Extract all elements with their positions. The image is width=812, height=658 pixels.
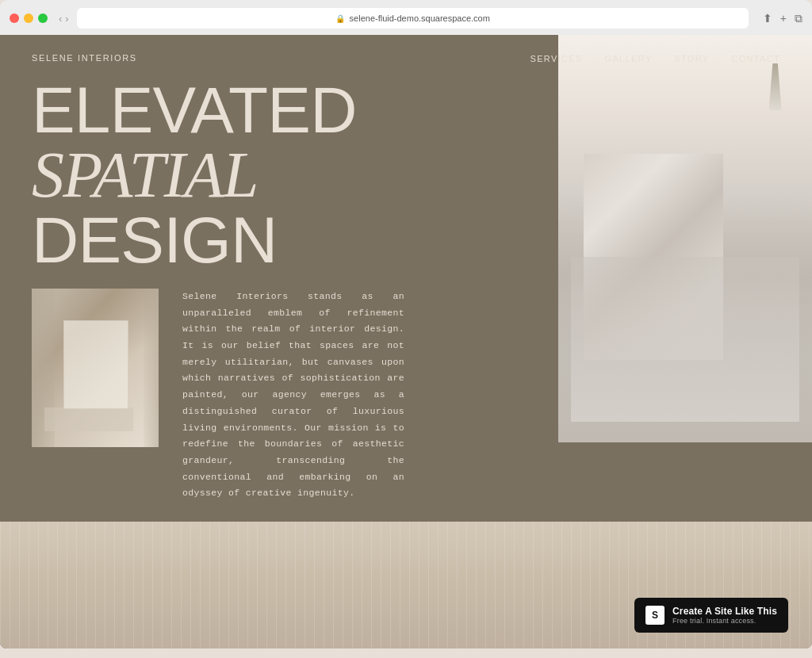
share-icon[interactable]: ⬆: [763, 12, 772, 25]
address-bar[interactable]: 🔒 selene-fluid-demo.squarespace.com: [77, 8, 749, 29]
site-logo[interactable]: SELENE INTERIORS: [32, 53, 137, 63]
nav-story[interactable]: STORY: [674, 54, 709, 63]
hero-image: [558, 35, 812, 442]
squarespace-badge-subtitle: Free trial. Instant access.: [672, 617, 777, 625]
close-button[interactable]: [10, 13, 19, 23]
hero-section: ELEVATED SPATIAL DESIGN: [0, 78, 812, 273]
traffic-lights: [10, 13, 48, 23]
browser-actions: ⬆ + ⧉: [763, 12, 802, 25]
hero-img-inner: [558, 35, 812, 442]
curtain-right-decoration: [144, 289, 159, 447]
nav-services[interactable]: SERVICES: [530, 54, 583, 63]
new-tab-icon[interactable]: +: [780, 12, 787, 25]
lock-icon: 🔒: [335, 14, 345, 23]
site-nav: SELENE INTERIORS SERVICES GALLERY STORY …: [0, 35, 812, 78]
url-text: selene-fluid-demo.squarespace.com: [350, 13, 490, 23]
back-arrow-icon[interactable]: ‹: [59, 13, 62, 25]
bottom-section: S Create A Site Like This Free trial. In…: [0, 522, 812, 648]
minimize-button[interactable]: [24, 13, 33, 23]
interior-thumbnail: [32, 289, 159, 447]
site-nav-links: SERVICES GALLERY STORY CONTACT: [530, 51, 781, 65]
description-text: Selene Interiors stands as an unparallel…: [182, 289, 404, 502]
browser-window: SELENE INTERIORS SERVICES GALLERY STORY …: [0, 35, 812, 648]
squarespace-badge-title: Create A Site Like This: [672, 606, 777, 617]
forward-arrow-icon[interactable]: ›: [65, 13, 68, 25]
browser-titlebar: ‹ › 🔒 selene-fluid-demo.squarespace.com …: [10, 8, 802, 35]
furniture-area-decoration: [571, 257, 799, 422]
nav-contact[interactable]: CONTACT: [731, 54, 780, 63]
squarespace-logo: S: [645, 606, 665, 625]
fullscreen-button[interactable]: [38, 13, 48, 23]
nav-gallery[interactable]: GALLERY: [605, 54, 653, 63]
nav-arrows: ‹ ›: [59, 13, 69, 25]
duplicate-icon[interactable]: ⧉: [795, 12, 802, 25]
room-details-decoration: [44, 407, 133, 431]
squarespace-text-block: Create A Site Like This Free trial. Inst…: [672, 606, 777, 625]
squarespace-logo-text: S: [652, 610, 658, 621]
browser-chrome: ‹ › 🔒 selene-fluid-demo.squarespace.com …: [0, 0, 812, 35]
squarespace-badge[interactable]: S Create A Site Like This Free trial. In…: [634, 598, 788, 633]
